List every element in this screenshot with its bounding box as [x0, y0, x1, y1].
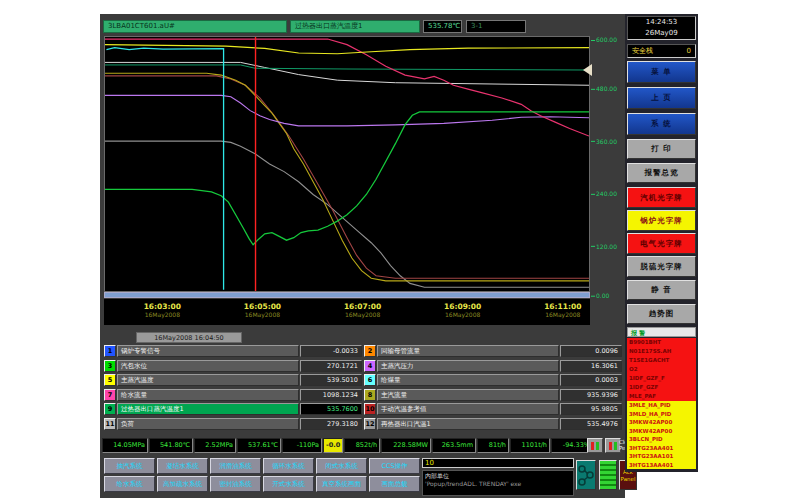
- nav-button[interactable]: 高加疏水系统: [157, 476, 208, 492]
- console-line-2: 'Popup/trendADL. TRENDAY' exe: [425, 480, 571, 488]
- flowsheet-button[interactable]: [576, 460, 596, 490]
- alarm-item[interactable]: 3MLE_HA_PID: [627, 401, 696, 410]
- pen-label[interactable]: 给煤量: [377, 374, 559, 386]
- pen-row: 9过热器出口蒸汽温度1535.7600: [104, 403, 362, 415]
- pen-number[interactable]: 1: [104, 345, 116, 357]
- pen-label[interactable]: 手动汽温参考值: [377, 403, 559, 415]
- pen-label[interactable]: 回输母管流量: [377, 345, 559, 357]
- clock-time: 14:24:53: [628, 17, 695, 28]
- status-value-highlight[interactable]: -0.0: [323, 438, 343, 453]
- alarm-item[interactable]: O2: [627, 365, 696, 374]
- y-axis-label: 480.00: [596, 85, 617, 92]
- nav-button[interactable]: 真空系统画面: [316, 476, 367, 492]
- y-axis-label: 600.00: [596, 36, 617, 43]
- alarm-item[interactable]: 3HTG23AA401: [627, 444, 696, 453]
- command-input[interactable]: 10: [422, 458, 574, 468]
- series-maroon-ref: [105, 76, 589, 278]
- pen-row: 8主汽流量935.9396: [364, 389, 622, 401]
- nav-button[interactable]: 抽汽系统: [104, 458, 155, 474]
- pen-label[interactable]: 主蒸汽温度: [117, 374, 299, 386]
- series-cyan-step: [106, 48, 223, 290]
- pen-label[interactable]: 给水流量: [117, 389, 299, 401]
- nav-button[interactable]: 给水系统: [104, 476, 155, 492]
- chart-scrollbar[interactable]: [104, 292, 590, 298]
- pen-number[interactable]: 6: [364, 374, 376, 386]
- nav-button[interactable]: 开式水系统: [263, 476, 314, 492]
- safety-label: 安全栈: [632, 45, 653, 57]
- pen-value: 539.5010: [300, 374, 362, 386]
- alarm-item[interactable]: MLE_PAF: [627, 392, 696, 401]
- pen-number[interactable]: 8: [364, 389, 376, 401]
- time-tick-date: 16May2008: [444, 311, 481, 318]
- alarm-item[interactable]: 3HTG13AA401: [627, 461, 696, 470]
- pen-label[interactable]: 主汽流量: [377, 389, 559, 401]
- time-tick-date: 16May2008: [344, 311, 381, 318]
- pen-number[interactable]: 2: [364, 345, 376, 357]
- alarm-item[interactable]: 1IDF_GZF: [627, 383, 696, 392]
- sidebar-button[interactable]: 系 统: [627, 113, 696, 135]
- series-green-sh-outlet-temp: [105, 112, 589, 245]
- time-axis: 16:03:0016May200816:05:0016May200816:07:…: [104, 299, 590, 325]
- nav-button[interactable]: 密封油系统: [210, 476, 261, 492]
- pen-label[interactable]: 汽包水位: [117, 360, 299, 372]
- pen-label[interactable]: 再热器出口汽温1: [377, 418, 559, 430]
- pen-number[interactable]: 7: [104, 389, 116, 401]
- trend-toggle-button-1[interactable]: [587, 438, 603, 453]
- nav-button[interactable]: 闭式水系统: [316, 458, 367, 474]
- sidebar-button[interactable]: 打 印: [627, 139, 696, 159]
- panel-button[interactable]: [599, 460, 617, 490]
- alarm-item[interactable]: T1SE1GACHT: [627, 356, 696, 365]
- alarm-item[interactable]: N01E17SS.AH: [627, 347, 696, 356]
- pen-number[interactable]: 5: [104, 374, 116, 386]
- trend-chart-canvas[interactable]: [104, 36, 590, 292]
- nav-button[interactable]: 循环水系统: [263, 458, 314, 474]
- pen-row: 5主蒸汽温度539.5010: [104, 374, 362, 386]
- alarm-list-yellow: 3MLE_HA_PID3MLD_HA_PID3MKW42AP003MKW42AP…: [627, 401, 696, 469]
- alarm-item[interactable]: 3MKW42AP00: [627, 427, 696, 436]
- sidebar-button[interactable]: 脱硫光字牌: [627, 256, 696, 277]
- sidebar-button[interactable]: 报警总览: [627, 163, 696, 183]
- pen-number[interactable]: 10: [364, 403, 376, 415]
- pen-number[interactable]: 4: [364, 360, 376, 372]
- sidebar-button[interactable]: 上 页: [627, 87, 696, 109]
- axis-pointer-icon[interactable]: [583, 64, 592, 76]
- pen-table-left: 1锅炉专警信号-0.00333汽包水位270.17215主蒸汽温度539.501…: [104, 345, 362, 433]
- pen-label[interactable]: 过热器出口蒸汽温度1: [117, 403, 299, 415]
- alarm-item[interactable]: B9901BHT: [627, 338, 696, 347]
- time-tick: 16:07:0016May2008: [344, 302, 381, 318]
- pen-label[interactable]: 锅炉专警信号: [117, 345, 299, 357]
- y-axis-label: 240.00: [596, 190, 617, 197]
- time-tick-time: 16:03:00: [144, 302, 181, 311]
- pen-number[interactable]: 3: [104, 360, 116, 372]
- pen-row: 7给水流量1098.1234: [104, 389, 362, 401]
- nav-button[interactable]: 凝结水系统: [157, 458, 208, 474]
- main-panel: 3LBA01CT601.aU# 过热器出口蒸汽温度1 535.78℃ 3-1 6…: [100, 14, 625, 498]
- pen-label[interactable]: 负荷: [117, 418, 299, 430]
- alarm-item[interactable]: 3HTG23AA101: [627, 452, 696, 461]
- pen-number[interactable]: 9: [104, 403, 116, 415]
- nav-button[interactable]: CCS操作: [369, 458, 420, 474]
- pen-number[interactable]: 11: [104, 418, 116, 430]
- sidebar-button[interactable]: 趋势图: [627, 304, 696, 324]
- alarm-item[interactable]: 1IDF_GZF_F: [627, 374, 696, 383]
- sidebar-button[interactable]: 菜 单: [627, 61, 696, 83]
- safety-count: 0: [687, 45, 691, 57]
- sidebar-button[interactable]: 锅炉光字牌: [627, 210, 696, 231]
- sidebar-button[interactable]: 静 音: [627, 280, 696, 300]
- nav-button[interactable]: 润滑油系统: [210, 458, 261, 474]
- alarm-item[interactable]: 3MLD_HA_PID: [627, 410, 696, 419]
- pen-number[interactable]: 12: [364, 418, 376, 430]
- point-description-field[interactable]: 过热器出口蒸汽温度1: [290, 20, 420, 33]
- time-tick-time: 16:07:00: [344, 302, 381, 311]
- pen-label[interactable]: 主蒸汽压力: [377, 360, 559, 372]
- time-tick: 16:09:0016May2008: [444, 302, 481, 318]
- nav-button[interactable]: 画面总貌: [369, 476, 420, 492]
- cursor-timestamp: 16May2008 16:04:50: [136, 332, 242, 343]
- alarm-item[interactable]: 3MKW42AP00: [627, 418, 696, 427]
- y-axis-label: 120.00: [596, 242, 617, 249]
- tag-field[interactable]: 3LBA01CT601.aU#: [103, 20, 287, 33]
- sidebar-button[interactable]: 电气光字牌: [627, 233, 696, 254]
- sidebar-button[interactable]: 汽机光字牌: [627, 187, 696, 208]
- alarm-item[interactable]: 3BLCN_PID: [627, 435, 696, 444]
- time-tick-date: 16May2008: [144, 311, 181, 318]
